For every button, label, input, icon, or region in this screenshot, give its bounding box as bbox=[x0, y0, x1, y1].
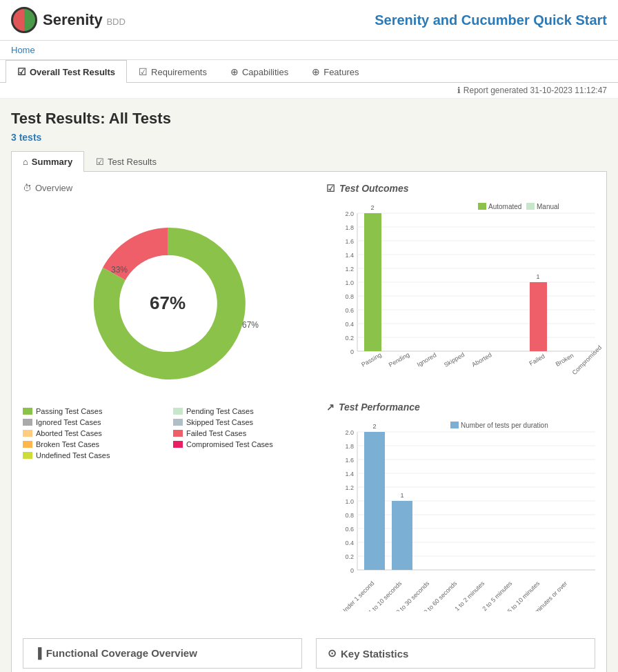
key-statistics-title: ⊙ Key Statistics bbox=[328, 647, 584, 660]
legend-broken: Broken Test Cases bbox=[23, 440, 162, 448]
svg-text:Manual: Manual bbox=[537, 203, 559, 210]
svg-text:Passing: Passing bbox=[360, 351, 383, 368]
report-info-icon: ℹ bbox=[457, 86, 461, 95]
app-title: Serenity and Cucumber Quick Start bbox=[375, 12, 607, 28]
svg-text:33%: 33% bbox=[111, 265, 128, 275]
bottom-section: ▐ Functional Coverage Overview ⊙ Key Sta… bbox=[23, 638, 595, 669]
legend-skipped: Skipped Test Cases bbox=[173, 418, 312, 426]
svg-text:0.6: 0.6 bbox=[345, 307, 354, 314]
passing-swatch bbox=[23, 408, 32, 415]
svg-text:Ignored: Ignored bbox=[416, 351, 437, 368]
sub-tab-summary[interactable]: ⌂ Summary bbox=[11, 151, 84, 172]
svg-rect-4 bbox=[478, 203, 486, 210]
home-link[interactable]: Home bbox=[11, 45, 35, 55]
svg-text:Skipped: Skipped bbox=[443, 351, 466, 368]
undefined-swatch bbox=[23, 452, 32, 459]
nav-bar: Home bbox=[0, 41, 618, 60]
svg-text:0.4: 0.4 bbox=[345, 540, 354, 546]
serenity-logo-icon bbox=[11, 7, 37, 33]
test-outcomes-icon: ☑ bbox=[326, 183, 335, 194]
test-outcomes-title: ☑ Test Outcomes bbox=[326, 183, 602, 194]
tab-capabilities[interactable]: ⊕ Capabilities bbox=[219, 60, 300, 83]
overview-label: ⏱ Overview bbox=[23, 183, 312, 193]
broken-swatch bbox=[23, 441, 32, 448]
test-performance-chart: ↗ Test Performance Number of tests per d… bbox=[326, 402, 602, 613]
overview-icon: ⏱ bbox=[23, 183, 32, 193]
svg-text:1: 1 bbox=[536, 273, 539, 280]
svg-text:1.0: 1.0 bbox=[345, 279, 354, 286]
legend-ignored: Ignored Test Cases bbox=[23, 418, 162, 426]
overall-test-results-icon: ☑ bbox=[17, 66, 26, 77]
svg-rect-43 bbox=[450, 422, 459, 428]
summary-two-col: ⏱ Overview bbox=[23, 183, 595, 627]
svg-text:2.0: 2.0 bbox=[345, 210, 354, 217]
aborted-swatch bbox=[23, 430, 32, 437]
svg-text:Pending: Pending bbox=[388, 351, 411, 368]
svg-text:2: 2 bbox=[370, 204, 374, 211]
legend-passing: Passing Test Cases bbox=[23, 407, 162, 415]
svg-text:Aborted: Aborted bbox=[470, 351, 492, 368]
skipped-swatch bbox=[173, 419, 183, 426]
test-outcomes-svg: Automated Manual 0 0.2 bbox=[326, 199, 602, 386]
left-column: ⏱ Overview bbox=[23, 183, 312, 627]
svg-text:1.6: 1.6 bbox=[345, 457, 354, 464]
key-statistics-icon: ⊙ bbox=[328, 647, 337, 660]
svg-text:1.6: 1.6 bbox=[345, 238, 354, 245]
test-performance-icon: ↗ bbox=[326, 402, 335, 413]
functional-coverage-card: ▐ Functional Coverage Overview bbox=[23, 638, 302, 669]
svg-text:0.2: 0.2 bbox=[345, 553, 354, 560]
donut-chart-container: 67% 33% 67% bbox=[23, 200, 312, 400]
svg-text:Broken: Broken bbox=[555, 352, 575, 368]
summary-icon: ⌂ bbox=[23, 157, 28, 167]
svg-text:0.8: 0.8 bbox=[345, 512, 354, 519]
sub-tabs: ⌂ Summary ☑ Test Results bbox=[11, 151, 607, 172]
svg-text:1.2: 1.2 bbox=[345, 266, 354, 273]
header: Serenity BDD Serenity and Cucumber Quick… bbox=[0, 0, 618, 41]
svg-text:1.2: 1.2 bbox=[345, 484, 354, 491]
svg-text:0.6: 0.6 bbox=[345, 526, 354, 533]
tests-count: 3 tests bbox=[11, 132, 607, 143]
summary-content-panel: ⏱ Overview bbox=[11, 172, 607, 672]
right-column: ☑ Test Outcomes Automated Manual bbox=[326, 183, 602, 627]
legend-compromised: Compromised Test Cases bbox=[173, 440, 312, 448]
svg-rect-31 bbox=[364, 213, 381, 351]
svg-text:67%: 67% bbox=[242, 320, 259, 330]
functional-coverage-icon: ▐ bbox=[34, 647, 42, 659]
test-results-icon: ☑ bbox=[96, 157, 104, 167]
tab-overall-test-results[interactable]: ☑ Overall Test Results bbox=[6, 60, 127, 83]
donut-chart: 67% 33% 67% bbox=[64, 207, 271, 393]
sub-tab-test-results[interactable]: ☑ Test Results bbox=[84, 151, 168, 172]
pending-swatch bbox=[173, 408, 183, 415]
svg-text:0.4: 0.4 bbox=[345, 321, 354, 328]
svg-text:Under 1 second: Under 1 second bbox=[339, 580, 375, 611]
test-performance-title: ↗ Test Performance bbox=[326, 402, 602, 413]
svg-rect-70 bbox=[392, 501, 412, 570]
page-title: Test Results: All Tests bbox=[11, 110, 607, 128]
features-icon: ⊕ bbox=[312, 66, 320, 77]
svg-text:Failed: Failed bbox=[528, 353, 546, 367]
ignored-swatch bbox=[23, 419, 32, 426]
tab-requirements[interactable]: ☑ Requirements bbox=[127, 60, 219, 83]
main-tabs: ☑ Overall Test Results ☑ Requirements ⊕ … bbox=[0, 60, 618, 83]
svg-text:1.4: 1.4 bbox=[345, 252, 354, 259]
svg-text:1: 1 bbox=[400, 492, 403, 499]
svg-text:1.8: 1.8 bbox=[345, 224, 354, 231]
logo-area: Serenity BDD bbox=[11, 7, 126, 33]
svg-text:1.0: 1.0 bbox=[345, 498, 354, 505]
svg-text:Automated: Automated bbox=[488, 203, 521, 210]
svg-text:Compromised: Compromised bbox=[571, 344, 602, 377]
svg-rect-68 bbox=[364, 432, 385, 570]
svg-text:Number of tests per duration: Number of tests per duration bbox=[461, 422, 548, 429]
test-performance-svg: Number of tests per duration 0 0.2 0.4 0… bbox=[326, 418, 602, 611]
legend-failed: Failed Test Cases bbox=[173, 429, 312, 437]
svg-text:2.0: 2.0 bbox=[345, 429, 354, 436]
legend-pending: Pending Test Cases bbox=[173, 407, 312, 415]
svg-text:1.8: 1.8 bbox=[345, 443, 354, 450]
tab-features[interactable]: ⊕ Features bbox=[300, 60, 370, 83]
legend-undefined: Undefined Test Cases bbox=[23, 451, 162, 459]
svg-rect-33 bbox=[530, 282, 547, 351]
legend-aborted: Aborted Test Cases bbox=[23, 429, 162, 437]
capabilities-icon: ⊕ bbox=[230, 66, 239, 77]
svg-text:2: 2 bbox=[372, 423, 376, 430]
svg-text:0.8: 0.8 bbox=[345, 293, 354, 300]
